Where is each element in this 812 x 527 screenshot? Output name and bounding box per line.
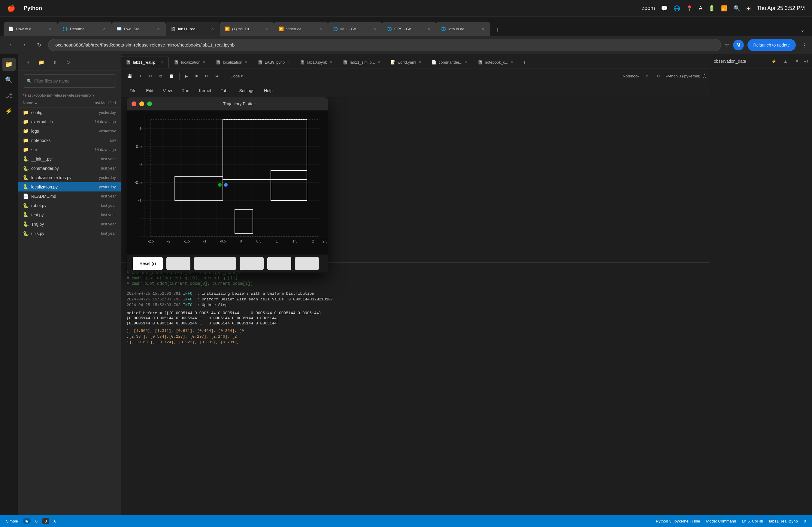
file-item-external-lib[interactable]: 📁 external_lib 14 days ago [18, 117, 121, 126]
apple-menu[interactable]: 🍎 [7, 4, 15, 12]
next-result-btn[interactable]: ▼ [793, 57, 801, 66]
nb-tab-close-3[interactable]: ✕ [245, 60, 247, 64]
tab-close-8[interactable]: ✕ [426, 26, 431, 31]
tab-imu[interactable]: 🌐 IMU - Go... ✕ [328, 21, 382, 36]
prev-result-btn[interactable]: ▲ [781, 57, 790, 66]
copy-button[interactable]: ⧉ [156, 71, 165, 81]
traj-btn-4[interactable] [240, 257, 264, 270]
nb-tab-close-1[interactable]: ✕ [161, 60, 164, 64]
run-all-button[interactable]: ⏭ [212, 71, 222, 81]
nb-tab-world[interactable]: 📝 world.yaml ✕ [385, 56, 426, 68]
new-notebook-tab-button[interactable]: + [519, 56, 531, 68]
file-item-test[interactable]: 🐍 test.py last year [18, 210, 121, 220]
nb-tab-close-8[interactable]: ✕ [465, 60, 467, 64]
reset-button[interactable]: Reset (r) [133, 257, 163, 270]
menu-settings[interactable]: Settings [235, 87, 259, 95]
right-search-input[interactable] [714, 57, 767, 66]
run-button[interactable]: ▶ [182, 71, 191, 81]
notebook-settings-button[interactable]: ⚙ [653, 71, 663, 81]
reload-button[interactable]: ↻ [34, 40, 44, 50]
nb-tab-lab11-sim[interactable]: 📓 lab11_sim.ip... ✕ [337, 56, 385, 68]
tab-close-2[interactable]: ✕ [102, 26, 107, 31]
menu-file[interactable]: File [126, 87, 141, 95]
menu-view[interactable]: View [159, 87, 176, 95]
nb-tab-close-9[interactable]: ✕ [511, 60, 513, 64]
file-item-traj[interactable]: 🐍 Traj.py last year [18, 220, 121, 229]
tab-youtube[interactable]: ▶️ (1) YouTu... ✕ [220, 21, 274, 36]
file-item-commander[interactable]: 🐍 commander.py last year [18, 164, 121, 173]
forward-button[interactable]: › [19, 40, 30, 50]
file-item-logs[interactable]: 📁 logs yesterday [18, 126, 121, 136]
git-icon-btn[interactable]: ⎇ [2, 89, 16, 102]
search-box[interactable]: 🔍 [23, 74, 116, 88]
search-icon[interactable]: 🔍 [734, 5, 740, 12]
nb-tab-localization1[interactable]: 📓 localization ✕ [169, 56, 211, 68]
files-icon-btn[interactable]: 📁 [2, 58, 16, 71]
address-input[interactable]: localhost:8888/lab/tree/FastRobots-sim-r… [48, 39, 721, 51]
nb-tab-lab10[interactable]: 📓 lab10.ipynb ✕ [295, 56, 337, 68]
file-item-localization-extras[interactable]: 🐍 localization_extras.py yesterday [18, 173, 121, 182]
tab-expand-button[interactable]: ⌄ [796, 24, 808, 36]
tab-how-to[interactable]: 📄 How to e... ✕ [4, 21, 58, 36]
file-item-notebooks[interactable]: 📁 notebooks now [18, 136, 121, 145]
tab-close-3[interactable]: ✕ [156, 26, 161, 31]
file-item-init[interactable]: 🐍 __init__.py last year [18, 154, 121, 164]
cut-button[interactable]: ✂ [146, 71, 155, 81]
new-folder-button[interactable]: 📁 [36, 57, 47, 68]
tab-close-5[interactable]: ✕ [264, 26, 269, 31]
new-file-button[interactable]: + [23, 57, 34, 68]
profile-avatar[interactable]: M [733, 40, 744, 50]
paste-button[interactable]: 📋 [166, 71, 177, 81]
traj-btn-6[interactable] [295, 257, 319, 270]
control-center-icon[interactable]: ⊞ [746, 5, 751, 12]
code-dropdown[interactable]: Code ▾ [227, 71, 246, 81]
close-window-button[interactable] [132, 102, 136, 106]
nb-tab-close-5[interactable]: ✕ [330, 60, 332, 64]
menu-edit[interactable]: Edit [142, 87, 157, 95]
kebab-menu[interactable]: ⋮ [802, 42, 807, 48]
nb-tab-commander[interactable]: 📄 commander... ✕ [426, 56, 473, 68]
traj-btn-3[interactable] [194, 257, 236, 270]
nb-tab-lab11-real[interactable]: 📓 lab11_real.ip... ✕ [121, 56, 169, 68]
name-column-header[interactable]: Name ▲ [23, 101, 68, 105]
extensions-icon-btn[interactable]: ⚡ [2, 104, 16, 118]
modified-column-header[interactable]: Last Modified [68, 101, 116, 105]
bookmark-icon[interactable]: ☆ [725, 42, 729, 48]
menu-help[interactable]: Help [260, 87, 277, 95]
tab-lora[interactable]: 🌐 lora in ae... ✕ [436, 21, 490, 36]
tab-fwd[interactable]: ✉️ Fwd: Ste... ✕ [112, 21, 166, 36]
restart-button[interactable]: ↺ [202, 71, 211, 81]
menu-tabs[interactable]: Tabs [217, 87, 234, 95]
relaunch-button[interactable]: Relaunch to update [748, 39, 796, 51]
file-item-localization[interactable]: 🐍 localization.py yesterday [18, 182, 121, 192]
file-item-readme[interactable]: 📄 README.md last year [18, 192, 121, 201]
minimize-window-button[interactable] [139, 102, 144, 106]
file-item-utils[interactable]: 🐍 utils.py last year [18, 229, 121, 238]
search-sidebar-icon-btn[interactable]: 🔍 [2, 73, 16, 87]
nb-tab-notebook-c[interactable]: 📓 notebook_c... ✕ [473, 56, 519, 68]
filter-icon-btn[interactable]: ⚡ [770, 57, 779, 66]
tab-video[interactable]: ▶️ Video de... ✕ [274, 21, 328, 36]
refresh-button[interactable]: ↻ [62, 57, 73, 68]
tab-close-1[interactable]: ✕ [47, 26, 53, 31]
mode-toggle[interactable]: ◉ [23, 518, 31, 524]
search-input[interactable] [34, 79, 112, 84]
nb-tab-lab9[interactable]: 📓 LAB9.ipynb ✕ [252, 56, 295, 68]
menu-run[interactable]: Run [177, 87, 194, 95]
tab-close-7[interactable]: ✕ [372, 26, 377, 31]
traj-btn-2[interactable] [166, 257, 190, 270]
nb-tab-close-4[interactable]: ✕ [287, 60, 290, 64]
add-cell-button[interactable]: + [136, 71, 145, 81]
back-button[interactable]: ‹ [5, 40, 16, 50]
tab-gps[interactable]: 🌐 GPS - Go... ✕ [382, 21, 436, 36]
file-item-src[interactable]: 📁 src 14 days ago [18, 145, 121, 154]
tab-close-9[interactable]: ✕ [480, 26, 485, 31]
nb-tab-localization2[interactable]: 📓 localization ✕ [211, 56, 252, 68]
new-tab-button[interactable]: + [491, 24, 503, 36]
nb-tab-close-6[interactable]: ✕ [377, 60, 380, 64]
maximize-window-button[interactable] [147, 102, 152, 106]
save-button[interactable]: 💾 [124, 71, 135, 81]
tab-close-4[interactable]: ✕ [209, 26, 215, 31]
stop-button[interactable]: ■ [192, 71, 201, 81]
file-item-robot[interactable]: 🐍 robot.py last year [18, 201, 121, 210]
